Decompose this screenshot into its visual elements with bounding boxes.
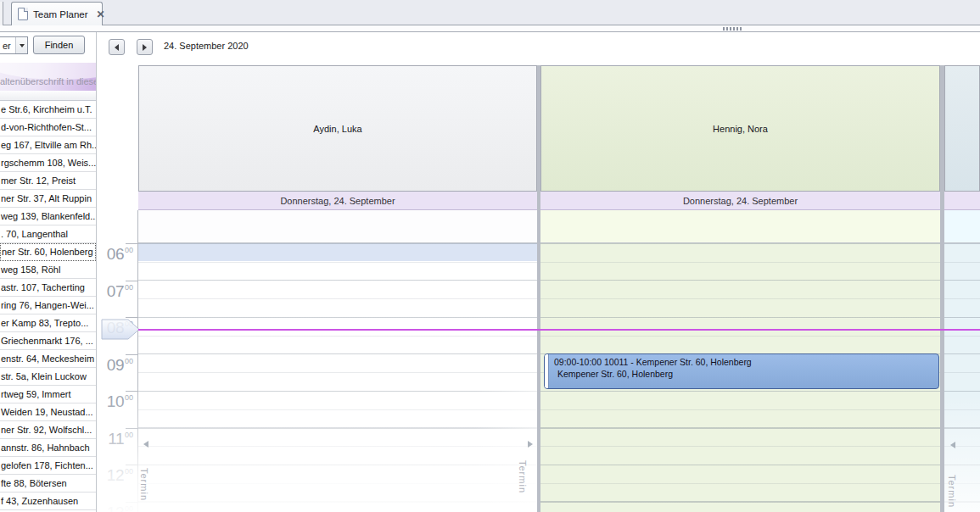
time-label: 1000	[97, 392, 133, 411]
tab-team-planer[interactable]: Team Planer ✕	[11, 2, 103, 25]
next-day-button[interactable]	[137, 39, 153, 55]
list-item[interactable]: ner Str. 37, Alt Ruppin	[0, 190, 96, 208]
list-item[interactable]: rgschemm 108, Weis...	[0, 154, 96, 172]
allday-area[interactable]	[138, 210, 537, 243]
time-label: 1200	[97, 466, 133, 485]
address-column-header[interactable]	[0, 91, 96, 101]
tab-bar: Team Planer ✕	[0, 0, 980, 25]
nav-arrow-icon[interactable]	[528, 441, 533, 448]
list-item[interactable]: gelofen 178, Fichten...	[0, 457, 96, 475]
resource-header-hennig[interactable]: Hennig, Nora	[540, 65, 940, 192]
list-item[interactable]: Griechenmarkt 176, ...	[0, 332, 96, 350]
time-label: 0600	[97, 245, 133, 264]
list-item[interactable]: ring 76, Hangen-Wei...	[0, 297, 96, 314]
left-arrow-icon	[115, 44, 119, 51]
termin-watermark: Termin	[518, 460, 528, 493]
list-item[interactable]: eg 167, Eltville am Rh...	[0, 136, 96, 154]
appointment-kempener[interactable]: 09:00-10:00 10011 - Kempener Str. 60, Ho…	[544, 353, 939, 389]
appointment-location: Kempener Str. 60, Holenberg	[554, 369, 938, 381]
current-time-marker-icon	[101, 317, 141, 342]
address-list: e Str.6, Kirchheim u.T.d-von-Richthofen-…	[0, 101, 96, 512]
close-icon[interactable]: ✕	[97, 8, 105, 20]
list-item[interactable]: str. 5a, Klein Luckow	[0, 368, 96, 386]
day-header[interactable]: Donnerstag, 24. September	[138, 192, 537, 210]
horizontal-splitter[interactable]	[0, 25, 980, 32]
hour-tick	[126, 502, 137, 503]
list-item[interactable]: rtweg 59, Immert	[0, 386, 96, 403]
nav-arrow-icon[interactable]	[950, 442, 955, 448]
nav-arrow-icon[interactable]	[143, 441, 148, 448]
hour-tick	[126, 281, 137, 281]
resource-separator	[537, 65, 540, 512]
time-grid-partial[interactable]	[944, 243, 980, 512]
appointment-status-bar	[545, 354, 549, 388]
list-item[interactable]: astr. 107, Tacherting	[0, 279, 96, 297]
tab-label: Team Planer	[33, 9, 88, 19]
time-label: 0700	[97, 282, 133, 301]
day-header[interactable]: Donnerstag, 24. September	[540, 192, 940, 210]
time-label: 1300	[97, 504, 133, 512]
hour-tick	[126, 243, 137, 244]
current-date-label: 24. September 2020	[164, 41, 249, 51]
list-item[interactable]: mer Str. 12, Preist	[0, 172, 96, 190]
time-ruler-line	[137, 210, 138, 512]
list-item[interactable]: e Str.6, Kirchheim u.T.	[0, 101, 96, 119]
allday-area[interactable]	[944, 210, 980, 243]
document-icon	[18, 8, 28, 20]
list-item[interactable]: weg 139, Blankenfeld...	[0, 208, 96, 225]
list-item[interactable]: f 43, Zuzenhausen	[0, 493, 96, 510]
time-label: 0900	[97, 356, 133, 375]
list-item[interactable]: ner Str. 60, Holenberg	[0, 243, 96, 261]
list-item[interactable]: er Kamp 83, Trepto...	[0, 314, 96, 332]
list-item[interactable]: . 70, Langenthal	[0, 225, 96, 243]
time-grid-aydin[interactable]	[138, 243, 537, 512]
filter-dropdown[interactable]: er	[0, 36, 28, 54]
hour-tick	[126, 354, 137, 355]
list-item[interactable]: fte 88, Bötersen	[0, 475, 96, 493]
filter-dropdown-value: er	[0, 41, 15, 51]
resource-header-aydin[interactable]: Aydin, Luka	[138, 65, 537, 192]
list-item[interactable]: annstr. 86, Hahnbach	[0, 439, 96, 457]
team-planner-window: Team Planer ✕ er Finden altenüberschrift…	[0, 0, 980, 512]
group-by-panel[interactable]: altenüberschrift in diese	[0, 63, 96, 91]
partial-tab[interactable]	[0, 2, 3, 25]
list-item[interactable]: d-von-Richthofen-St...	[0, 119, 96, 136]
splitter-grip-icon[interactable]	[723, 27, 743, 31]
hour-tick	[126, 465, 137, 465]
time-label: 1100	[97, 430, 133, 448]
termin-watermark: Termin	[139, 468, 149, 501]
group-by-hint: altenüberschrift in diese	[0, 76, 96, 86]
list-item[interactable]: weg 158, Röhl	[0, 261, 96, 279]
prev-day-button[interactable]	[109, 39, 125, 55]
dropdown-button[interactable]	[15, 37, 27, 53]
gridlines	[138, 243, 537, 512]
allday-area[interactable]	[540, 210, 940, 243]
appointment-title: 09:00-10:00 10011 - Kempener Str. 60, Ho…	[554, 357, 938, 369]
find-button[interactable]: Finden	[33, 36, 85, 54]
hour-tick	[126, 428, 137, 429]
resource-header-partial[interactable]	[944, 65, 980, 192]
list-item[interactable]: enstr. 64, Meckesheim	[0, 350, 96, 368]
gridlines	[944, 243, 980, 512]
right-arrow-icon	[143, 44, 147, 51]
termin-watermark: Termin	[947, 475, 957, 508]
day-header[interactable]	[944, 192, 980, 210]
list-item[interactable]: ner Str. 92, Wolfschl...	[0, 421, 96, 439]
resource-separator	[940, 65, 944, 512]
chevron-down-icon	[20, 44, 25, 47]
current-time-line	[138, 329, 980, 331]
list-item[interactable]: Weiden 19, Neustad...	[0, 403, 96, 421]
hour-tick	[126, 391, 137, 392]
